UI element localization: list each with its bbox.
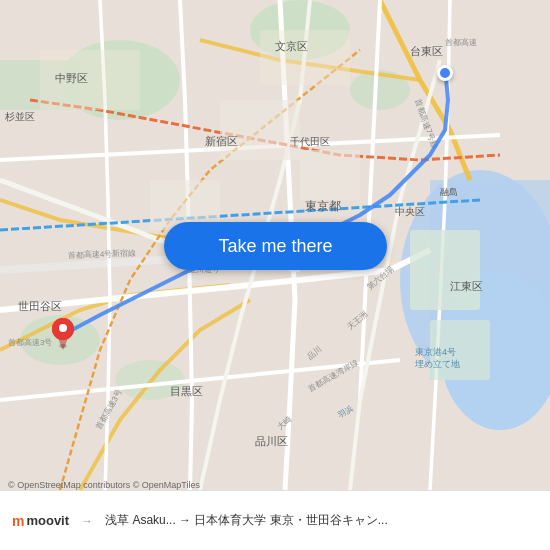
- map-container: 中野区 文京区 台東区 新宿区 千代田区 東京都 中央区 杉並区 世田谷区 目黒…: [0, 0, 550, 490]
- svg-text:杉並区: 杉並区: [4, 111, 35, 122]
- svg-text:中野区: 中野区: [55, 72, 88, 84]
- svg-point-46: [59, 324, 67, 332]
- svg-text:千代田区: 千代田区: [290, 136, 330, 147]
- from-label: 浅草 Asaku...: [105, 513, 176, 527]
- svg-rect-16: [260, 30, 350, 85]
- moovit-logo: m moovit: [12, 513, 69, 529]
- svg-rect-13: [410, 230, 480, 310]
- svg-text:東京港4号: 東京港4号: [415, 347, 456, 357]
- svg-text:新宿区: 新宿区: [205, 135, 238, 147]
- route-arrow: →: [81, 514, 93, 528]
- svg-text:融島: 融島: [440, 187, 458, 197]
- route-info: 浅草 Asaku... → 日本体育大学 東京・世田谷キャン...: [105, 512, 538, 529]
- svg-point-47: [59, 344, 67, 348]
- moovit-m-icon: m: [12, 513, 24, 529]
- svg-text:台東区: 台東区: [410, 45, 443, 57]
- moovit-wordmark: moovit: [26, 513, 69, 528]
- svg-text:埋め立て地: 埋め立て地: [414, 359, 460, 369]
- svg-text:首都高速: 首都高速: [445, 38, 477, 47]
- svg-rect-10: [220, 100, 300, 160]
- origin-pin: [52, 318, 74, 350]
- svg-text:目黒区: 目黒区: [170, 385, 203, 397]
- svg-rect-11: [300, 150, 360, 200]
- destination-pin: [437, 65, 453, 81]
- svg-text:世田谷区: 世田谷区: [18, 300, 62, 312]
- take-me-there-button[interactable]: Take me there: [164, 222, 387, 270]
- to-label: → 日本体育大学 東京・世田谷キャン...: [179, 513, 388, 527]
- svg-text:中央区: 中央区: [395, 206, 425, 217]
- bottom-bar: m moovit → 浅草 Asaku... → 日本体育大学 東京・世田谷キャ…: [0, 490, 550, 550]
- svg-text:首都高速3号: 首都高速3号: [8, 338, 52, 347]
- svg-text:江東区: 江東区: [450, 280, 483, 292]
- svg-text:東京都: 東京都: [305, 199, 341, 213]
- svg-text:品川区: 品川区: [255, 435, 288, 447]
- svg-text:文京区: 文京区: [275, 40, 308, 52]
